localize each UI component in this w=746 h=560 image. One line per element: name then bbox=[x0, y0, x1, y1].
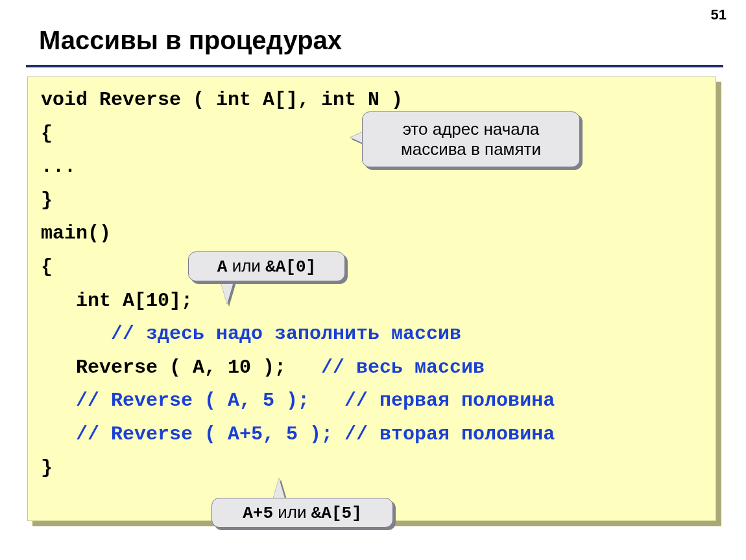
callout-code: &A[0] bbox=[265, 257, 316, 277]
callout-pointer bbox=[221, 282, 234, 304]
code-line: } bbox=[41, 457, 53, 479]
code-line: { bbox=[41, 256, 53, 278]
code-comment: // Reverse ( A+5, 5 ); // вторая половин… bbox=[76, 423, 555, 445]
code-line: main() bbox=[41, 222, 111, 244]
code-line: } bbox=[41, 189, 53, 211]
callout-code: A+5 bbox=[243, 504, 273, 523]
code-line bbox=[41, 323, 111, 345]
title-rule bbox=[26, 65, 723, 67]
callout-code: &A[5] bbox=[311, 504, 362, 523]
callout-address: это адрес начала массива в памяти bbox=[362, 111, 580, 167]
code-line: { bbox=[41, 122, 53, 145]
code-line: Reverse ( A, 10 ); bbox=[41, 356, 321, 379]
callout-code: A bbox=[217, 257, 228, 277]
code-comment: // здесь надо заполнить массив bbox=[111, 323, 461, 345]
code-comment: // весь массив bbox=[321, 356, 485, 379]
slide-title: Массивы в процедурах bbox=[39, 26, 342, 55]
code-line: void Reverse ( int A[], int N ) bbox=[41, 89, 403, 111]
code-line: int A[10]; bbox=[41, 290, 193, 312]
slide: 51 Массивы в процедурах void Reverse ( i… bbox=[0, 0, 746, 560]
callout-text: это адрес начала массива в памяти bbox=[376, 119, 566, 159]
page-number: 51 bbox=[711, 6, 727, 23]
code-line: ... bbox=[41, 156, 76, 178]
callout-a-or-a0: A или &A[0] bbox=[188, 251, 345, 281]
callout-a5-or-a5: A+5 или &A[5] bbox=[211, 498, 393, 528]
code-line bbox=[41, 390, 76, 412]
callout-pointer bbox=[272, 478, 285, 500]
code-line bbox=[41, 423, 76, 445]
callout-text: или bbox=[227, 256, 265, 275]
code-comment: // Reverse ( A, 5 ); // первая половина bbox=[76, 390, 555, 412]
callout-text: или bbox=[273, 502, 311, 522]
